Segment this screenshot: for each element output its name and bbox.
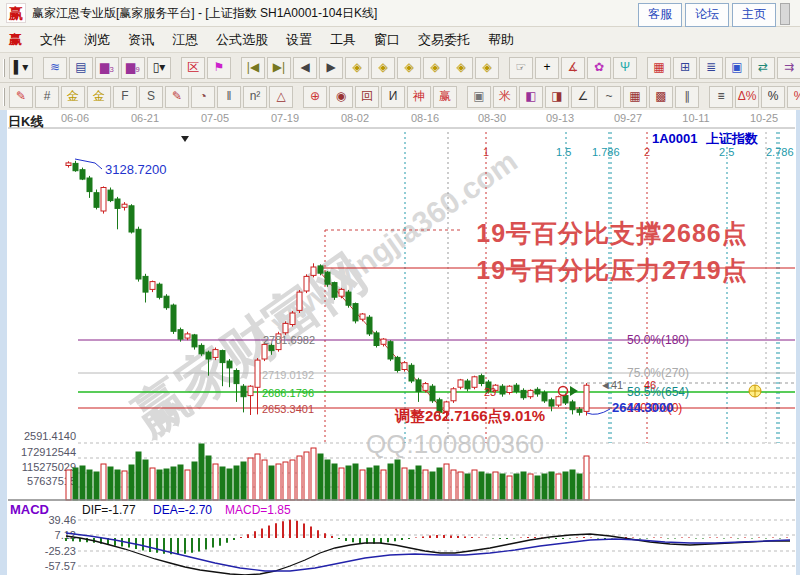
symbol-name: 上证指数 [706,131,758,146]
hand-icon[interactable]: ☞ [509,57,533,79]
toolbar-drawing: ✎#金金FS✎◔‖n²△⊕◉回И神赢▣米◧◨∠~▦▩∥≡Δ%%%⊛⊛ [0,83,800,111]
forum-button[interactable]: 论坛 [685,3,729,27]
info-panel-icon[interactable]: ▤ [69,57,93,79]
last-bar-icon[interactable]: ▶| [267,57,291,79]
gann-left-icon[interactable]: ◈ [345,57,369,79]
app-logo-icon: 赢 [6,3,26,23]
price-level-label: 2653.3401 [262,403,314,415]
bars9-icon[interactable]: ▆₉ [121,57,145,79]
bars3-icon[interactable]: ▆₃ [95,57,119,79]
map-icon[interactable]: ≋ [43,57,67,79]
menu-item-2[interactable]: 浏览 [75,29,119,51]
ying-grid-icon[interactable]: 赢 [433,86,457,108]
ruler-icon[interactable]: ‖ [217,86,241,108]
gauge-icon[interactable]: ≡ [709,86,733,108]
candle-icon[interactable]: ▯▾ [147,57,171,79]
prev-bar-icon[interactable]: ◀ [293,57,317,79]
shen-grid-icon[interactable]: 神 [407,86,431,108]
titlebar-buttons: 客服论坛主页 [635,3,790,27]
next-bar-icon[interactable]: ▶ [319,57,343,79]
gann-right-icon[interactable]: ◈ [371,57,395,79]
save-icon[interactable]: ▣ [725,57,749,79]
menu-item-3[interactable]: 资讯 [119,29,163,51]
grid-red-icon[interactable]: ▦ [623,86,647,108]
first-bar-icon[interactable]: |◀ [241,57,265,79]
high-price-label: 3128.7200 [105,162,166,177]
menu-item-1[interactable]: 文件 [31,29,75,51]
symbol-code: 1A0001 [652,131,698,146]
shape-tool-icon[interactable]: ✿ [587,57,611,79]
grid-tool-icon[interactable]: # [35,86,59,108]
menu-item-6[interactable]: 设置 [277,29,321,51]
spiral-icon[interactable]: ◉ [329,86,353,108]
calendar-icon[interactable]: ▦ [647,57,671,79]
gann-center-icon[interactable]: ◈ [449,57,473,79]
period-tab-label[interactable]: 日K线 [8,113,43,131]
gann-gold-box2-icon[interactable]: 金 [87,86,111,108]
date-tick-label: 07-19 [271,112,299,124]
angle-tool-icon[interactable]: ∡ [561,57,585,79]
application-window: 赢 赢家江恩专业版[赢家服务平台] - [上证指数 SH1A0001-104日K… [0,0,800,575]
draw-pencil-icon[interactable]: ✎ [9,86,33,108]
macd-title: MACD [10,502,49,517]
resistance-icon[interactable]: И [381,86,405,108]
target-icon[interactable]: ⊕ [303,86,327,108]
square-spiral-icon[interactable]: 回 [355,86,379,108]
percent-icon[interactable]: % [761,86,785,108]
trade-send-icon[interactable]: ⇉ [777,57,800,79]
date-tick-label: 06-06 [61,112,89,124]
price-level-label: 2781.6982 [263,334,315,346]
cycle-count-label: 23 [484,386,496,398]
draw-compass-icon[interactable]: ✎ [165,86,189,108]
menu-item-5[interactable]: 公式选股 [207,29,277,51]
gann-compress-icon[interactable]: ◈ [423,57,447,79]
parallel-lines-icon[interactable]: ∥ [675,86,699,108]
angle-lines-icon[interactable]: ∠ [571,86,595,108]
box-tool-icon[interactable]: ▣ [467,86,491,108]
gann-time-label: 2.786 [766,146,794,158]
flag-icon[interactable]: ⚑ [207,57,231,79]
set-square-icon[interactable]: △ [269,86,293,108]
percent-line-icon[interactable]: % [787,86,800,108]
system-menu-box[interactable] [780,3,790,25]
calculator-icon[interactable]: ⊞ [673,57,697,79]
brain-icon[interactable]: Ψ [613,57,637,79]
menu-item-4[interactable]: 江恩 [163,29,207,51]
export-icon[interactable]: ⇄ [751,57,775,79]
date-tick-label: 08-02 [341,112,369,124]
menu-item-9[interactable]: 交易委托 [409,29,479,51]
date-tick-label: 06-21 [131,112,159,124]
macd-scale-label: -57.57 [45,560,76,572]
ray-box-icon[interactable]: ◨ [545,86,569,108]
crosshair-icon[interactable]: + [535,57,559,79]
chart-area[interactable]: 赢家财富网www.yingjia360.comQQ:10080036006-06… [0,110,800,575]
title-bar: 赢 赢家江恩专业版[赢家服务平台] - [上证指数 SH1A0001-104日K… [0,0,800,27]
notes-icon[interactable]: ≣ [699,57,723,79]
macd-scale-label: -25.23 [45,545,76,557]
toolbar-grip [3,88,5,106]
fan-box-icon[interactable]: ◧ [519,86,543,108]
date-tick-label: 10-11 [682,112,709,124]
menu-logo[interactable]: 赢 [0,29,31,51]
gann-expand-icon[interactable]: ◈ [397,57,421,79]
gann-f-icon[interactable]: F [113,86,137,108]
gann-s-icon[interactable]: S [139,86,163,108]
wave-tool-icon[interactable]: ~ [597,86,621,108]
kline-mark-icon[interactable]: 区 [181,57,205,79]
pct-triangle-icon[interactable]: Δ% [735,86,759,108]
n2-icon[interactable]: n² [243,86,267,108]
gann-percent-label: 50.0%(180) [627,333,689,347]
volume-scale-label: 2591.4140 [24,430,76,442]
service-button[interactable]: 客服 [638,3,682,27]
period-selector[interactable]: ▌▾ [9,57,33,79]
gann-percent-label: 75.0%(270) [627,366,689,380]
home-button[interactable]: 主页 [732,3,776,27]
menu-item-7[interactable]: 工具 [321,29,365,51]
menu-item-8[interactable]: 窗口 [365,29,409,51]
grid-arrow-icon[interactable]: ▩ [649,86,673,108]
gann-fit-icon[interactable]: ◈ [475,57,499,79]
menu-item-10[interactable]: 帮助 [479,29,523,51]
fan-lines-icon[interactable]: 米 [493,86,517,108]
time-circle-icon[interactable]: ◔ [191,86,215,108]
gann-gold-box-icon[interactable]: 金 [61,86,85,108]
